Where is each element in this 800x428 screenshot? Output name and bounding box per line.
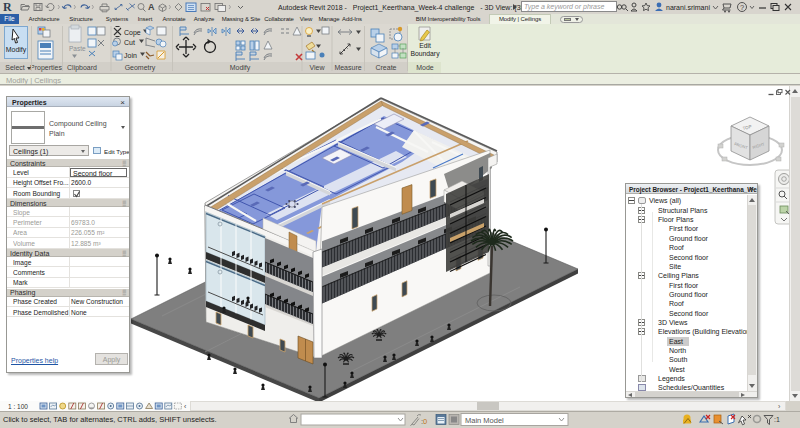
svg-text:Paste: Paste [69, 45, 86, 52]
svg-text:Cope: Cope [124, 29, 141, 37]
svg-text:‹: ‹ [184, 403, 187, 410]
svg-text::1: :1 [774, 416, 780, 423]
svg-text:Cut: Cut [124, 39, 135, 46]
svg-text:narani.srimani: narani.srimani [666, 4, 710, 11]
svg-text:A: A [148, 2, 155, 12]
svg-text:R: R [3, 0, 12, 14]
svg-text::0: :0 [421, 417, 427, 426]
svg-text:Main Model: Main Model [465, 416, 504, 425]
svg-text:?: ? [740, 3, 744, 12]
svg-text:Join: Join [124, 52, 137, 59]
